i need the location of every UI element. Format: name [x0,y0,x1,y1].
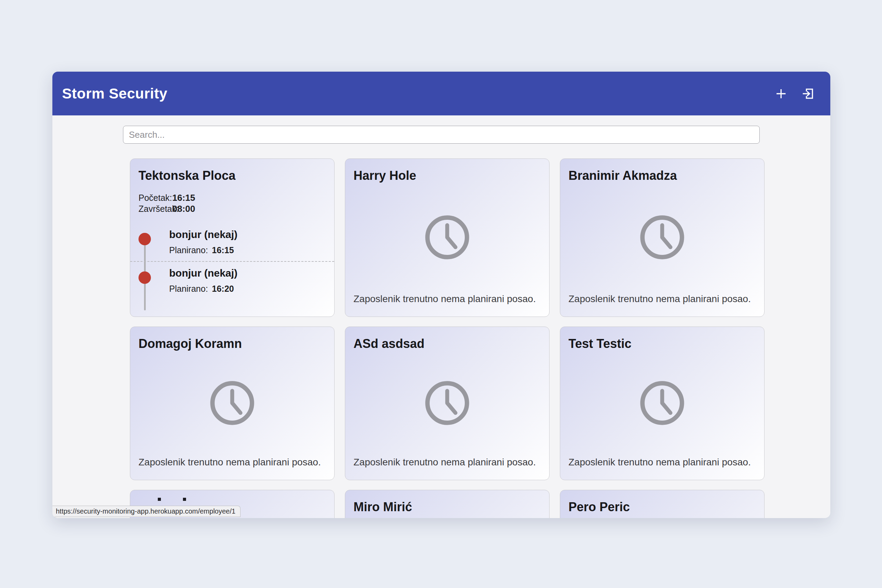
card-title: Branimir Akmadza [568,168,756,183]
browser-window: Storm Security [52,72,830,518]
status-url-tooltip: https://security-monitoring-app.herokuap… [52,506,240,517]
employee-card-domagoj-koramn[interactable]: Domagoj Koramn Zaposlenik trenutno nema … [130,327,334,480]
task-title: bonjur (nekaj) [169,228,326,241]
app-header: Storm Security [52,72,830,116]
shift-start-row: Početak: 16:15 [138,192,326,203]
obscured-letter-top [183,498,186,501]
card-title: Pero Peric [568,500,756,514]
employee-card-test-testic[interactable]: Test Testic Zaposlenik trenutno nema pla… [560,327,765,480]
end-label: Završetak: [138,203,172,214]
clock-icon [205,375,260,432]
planned-time: 16:15 [212,244,234,256]
employee-card-tektonska-ploca[interactable]: Tektonska Ploca Početak: 16:15 Završetak… [130,159,334,317]
clock-icon [634,375,690,432]
employee-card-pero-peric[interactable]: Pero Peric [560,490,765,518]
logout-button[interactable] [800,86,816,102]
start-time: 16:15 [172,192,195,203]
add-button[interactable] [773,86,789,102]
no-work-message: Zaposlenik trenutno nema planirani posao… [354,292,541,306]
planned-label: Planirano: [169,283,212,294]
planned-label: Planirano: [169,244,212,256]
no-work-message: Zaposlenik trenutno nema planirani posao… [568,456,756,470]
employee-card-harry-hole[interactable]: Harry Hole Zaposlenik trenutno nema plan… [345,159,549,317]
employee-card-asd-asdsad[interactable]: ASd asdsad Zaposlenik trenutno nema plan… [345,327,549,480]
task-timeline: bonjur (nekaj) Planirano: 16:15 [138,228,326,306]
no-work-message: Zaposlenik trenutno nema planirani posao… [354,456,541,470]
shift-end-row: Završetak: 08:00 [138,203,326,214]
obscured-letter-top [158,498,161,501]
card-title: ASd asdsad [354,336,541,351]
start-label: Početak: [138,192,172,203]
task-item: bonjur (nekaj) Planirano: 16:20 [138,267,326,294]
app-title: Storm Security [62,86,168,102]
search-input[interactable] [123,126,760,144]
employee-card-branimir-akmadza[interactable]: Branimir Akmadza Zaposlenik trenutno nem… [560,159,765,317]
clock-icon [634,210,690,266]
card-title: Domagoj Koramn [138,336,326,351]
clock-icon [420,375,475,432]
shift-times: Početak: 16:15 Završetak: 08:00 [138,192,326,214]
clock-icon [420,210,475,266]
employee-card-miro-miric[interactable]: Miro Mirić [345,490,549,518]
timeline-dot-icon [138,272,151,284]
no-work-message: Zaposlenik trenutno nema planirani posao… [138,456,326,470]
task-title: bonjur (nekaj) [169,267,326,280]
card-title: Harry Hole [354,168,541,183]
planned-time: 16:20 [212,283,234,294]
task-item: bonjur (nekaj) Planirano: 16:15 [138,228,326,256]
no-work-message: Zaposlenik trenutno nema planirani posao… [568,292,756,306]
card-title: Miro Mirić [354,500,541,514]
task-divider [130,261,334,262]
card-title: Test Testic [568,336,756,351]
plus-icon [774,87,788,101]
end-time: 08:00 [172,203,195,214]
header-actions [773,86,816,102]
logout-icon [801,87,815,101]
card-title: Tektonska Ploca [138,168,326,183]
employee-grid: Tektonska Ploca Početak: 16:15 Završetak… [130,159,765,518]
main-content: Tektonska Ploca Početak: 16:15 Završetak… [52,116,830,518]
timeline-dot-icon [138,233,151,245]
